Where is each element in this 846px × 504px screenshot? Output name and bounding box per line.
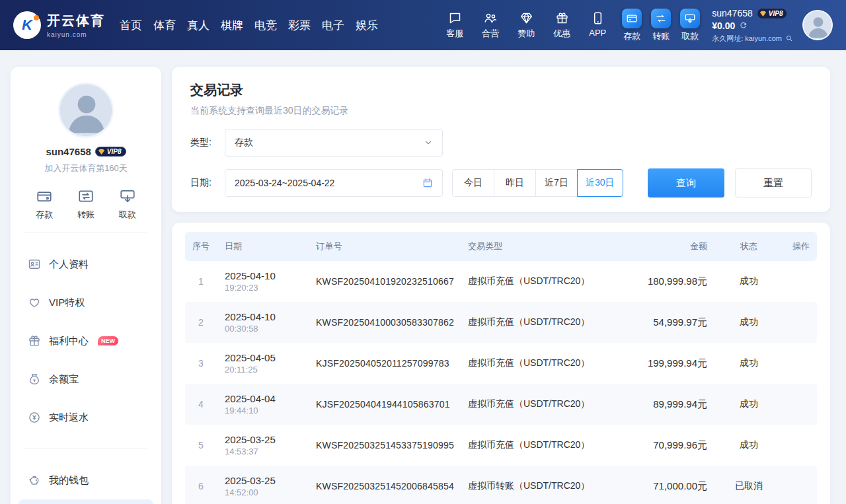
search-icon[interactable] [785, 34, 793, 42]
calendar-icon [422, 178, 433, 188]
row-status: 成功 [712, 275, 785, 287]
search-button[interactable]: 查询 [648, 168, 724, 198]
nav-item-chess[interactable]: 棋牌 [221, 18, 243, 33]
service-label: 合营 [482, 28, 499, 40]
table-header: 序号 日期 订单号 交易类型 金额 状态 操作 [185, 232, 817, 261]
service-label: APP [589, 28, 606, 38]
site-logo[interactable]: K 开云体育 kaiyun.com [13, 11, 105, 39]
main-nav: 首页 体育 真人 棋牌 电竞 彩票 电子 娱乐 [120, 18, 378, 33]
col-header-type: 交易类型 [468, 240, 613, 252]
header-transfer-button[interactable]: 转账 [651, 9, 671, 42]
row-status: 成功 [712, 398, 785, 410]
sidebar-item-label: 福利中心 [49, 335, 89, 347]
row-date: 2025-04-10 00:30:58 [217, 311, 316, 334]
date-label: 日期: [190, 177, 218, 189]
row-order-number: KWSF202503251452006845854 [316, 481, 468, 491]
type-select-value: 存款 [235, 137, 253, 149]
username: sun47658 [712, 7, 753, 19]
row-index: 1 [185, 276, 217, 287]
sidebar-item-rebate[interactable]: 实时返水 [19, 398, 153, 437]
service-partnership[interactable]: 合营 [478, 11, 503, 40]
service-promotions[interactable]: 优惠 [549, 11, 574, 40]
withdraw-card-icon [680, 9, 700, 28]
nav-item-slots[interactable]: 电子 [322, 18, 344, 33]
row-order-number: KWSF202504100030583307862 [316, 317, 468, 328]
range-7days-button[interactable]: 近7日 [535, 169, 578, 197]
sidebar-item-wallet[interactable]: 我的钱包 [19, 461, 153, 499]
row-amount: 89,999.94元 [613, 398, 712, 411]
transfer-arrows-icon [77, 188, 95, 205]
withdraw-card-icon [119, 188, 136, 205]
logo-mark-icon: K [13, 11, 41, 39]
nav-item-entertainment[interactable]: 娱乐 [356, 18, 378, 33]
row-type: 虚拟币充值（USDT/TRC20） [468, 316, 613, 328]
sidebar-deposit-button[interactable]: 存款 [36, 188, 53, 221]
table-row: 1 2025-04-10 19:20:23 KWSF20250410192023… [185, 261, 817, 302]
row-amount: 199,999.94元 [613, 357, 712, 370]
row-type: 虚拟币转账（USDT/TRC20） [468, 480, 613, 492]
type-select[interactable]: 存款 [225, 129, 443, 157]
avatar-image [60, 85, 113, 137]
nav-item-sports[interactable]: 体育 [153, 18, 176, 33]
sidebar-item-welfare[interactable]: 福利中心 NEW [19, 322, 153, 360]
sidebar-transfer-button[interactable]: 转账 [77, 188, 95, 221]
deposit-card-icon [36, 188, 53, 205]
row-amount: 70,999.96元 [613, 439, 712, 452]
range-today-button[interactable]: 今日 [452, 169, 494, 197]
page-content: sun47658 VIP8 加入开云体育第160天 存款 转账 取款 [0, 50, 846, 504]
quick-action-label: 存款 [36, 209, 53, 221]
row-date: 2025-04-04 19:44:10 [217, 393, 316, 415]
service-customer-support[interactable]: 客服 [442, 11, 467, 40]
vip-badge: VIP8 [757, 8, 788, 19]
reset-button[interactable]: 重置 [735, 168, 812, 198]
row-order-number: KJSF202504041944105863701 [316, 399, 468, 410]
sidebar-item-transactions[interactable]: 交易记录 [19, 499, 153, 504]
sidebar-item-vip[interactable]: VIP特权 [19, 283, 153, 322]
chat-icon [448, 11, 462, 25]
table-row: 2 2025-04-10 00:30:58 KWSF20250410003058… [185, 302, 817, 343]
sidebar-item-label: 我的钱包 [49, 474, 89, 487]
sidebar-withdraw-button[interactable]: 取款 [119, 188, 136, 221]
service-sponsor[interactable]: 赞助 [514, 11, 539, 40]
range-yesterday-button[interactable]: 昨日 [494, 169, 536, 197]
row-date-value: 2025-03-25 [225, 434, 316, 445]
type-label: 类型: [190, 137, 218, 149]
nav-item-home[interactable]: 首页 [120, 18, 142, 33]
nav-item-esports[interactable]: 电竞 [254, 18, 277, 33]
service-label: 优惠 [553, 28, 570, 40]
sidebar-item-yuebao[interactable]: 余额宝 [19, 360, 153, 398]
row-time-value: 00:30:58 [225, 324, 316, 334]
row-date-value: 2025-04-04 [225, 393, 316, 404]
row-order-number: KWSF202504101920232510667 [316, 276, 468, 287]
user-avatar[interactable] [802, 10, 833, 40]
col-header-date: 日期 [217, 240, 316, 252]
top-header: K 开云体育 kaiyun.com 首页 体育 真人 棋牌 电竞 彩票 电子 娱… [0, 0, 846, 50]
piggy-bank-icon [28, 474, 41, 487]
date-range-input[interactable]: 2025-03-24~2025-04-22 [225, 169, 443, 197]
range-30days-button[interactable]: 近30日 [577, 169, 623, 197]
page-subtitle: 当前系统支持查询最近30日的交易记录 [190, 105, 812, 117]
sidebar-item-profile[interactable]: 个人资料 [19, 245, 153, 283]
date-range-value: 2025-03-24~2025-04-22 [235, 178, 334, 188]
refresh-icon[interactable] [739, 22, 748, 30]
row-time-value: 19:20:23 [225, 283, 316, 293]
row-date: 2025-04-05 20:11:25 [217, 352, 316, 375]
permanent-url-text: 永久网址: kaiyun.com [712, 34, 782, 43]
nav-item-live[interactable]: 真人 [187, 18, 210, 33]
wallet-action-label: 转账 [652, 30, 670, 42]
header-deposit-button[interactable]: 存款 [622, 9, 642, 42]
row-date: 2025-03-25 14:52:00 [217, 475, 316, 497]
row-amount: 54,999.97元 [613, 316, 712, 329]
table-row: 5 2025-03-25 14:53:37 KWSF20250325145337… [185, 425, 817, 466]
row-date-value: 2025-04-10 [225, 270, 316, 281]
service-app[interactable]: APP [585, 11, 610, 40]
nav-item-lottery[interactable]: 彩票 [288, 18, 311, 33]
vip-gem-icon [98, 148, 105, 155]
moneybag-icon [28, 373, 41, 386]
row-date-value: 2025-04-10 [225, 311, 316, 322]
header-withdraw-button[interactable]: 取款 [680, 9, 700, 42]
row-date: 2025-03-25 14:53:37 [217, 434, 316, 456]
page-title: 交易记录 [190, 81, 812, 99]
row-status: 成功 [712, 316, 785, 328]
wallet-action-label: 存款 [623, 30, 640, 42]
